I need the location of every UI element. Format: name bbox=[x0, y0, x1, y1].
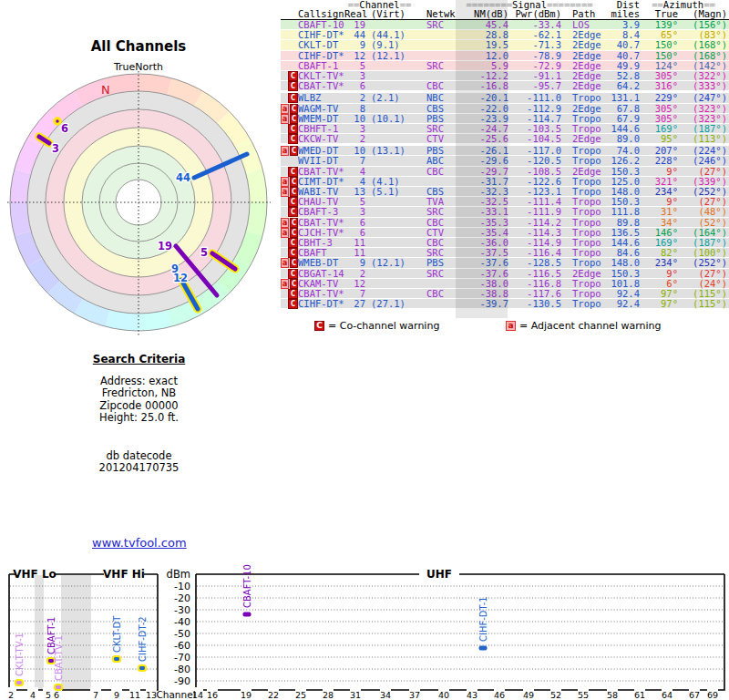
noise-margin-cell: -12.2 bbox=[457, 71, 508, 80]
co-channel-legend-text: = Co-channel warning bbox=[328, 320, 439, 332]
warning-flags: C bbox=[281, 124, 298, 133]
azimuth-true-cell: 34° bbox=[640, 218, 678, 227]
distance-cell: 64.2 bbox=[601, 81, 640, 90]
real-channel-cell: 2 bbox=[344, 269, 369, 278]
x-tick-label: 49 bbox=[523, 690, 534, 700]
warning-flags: C bbox=[281, 81, 298, 90]
real-channel-cell: 5 bbox=[344, 61, 369, 70]
distance-cell: 111.8 bbox=[601, 207, 640, 216]
power-cell: -130.5 bbox=[508, 299, 561, 308]
callsign-cell: CBAFT-1 bbox=[298, 61, 344, 70]
callsign-cell: WMED-DT bbox=[298, 146, 344, 155]
virtual-channel-cell: (5.1) bbox=[369, 187, 415, 196]
adjacent-channel-warning-icon: a bbox=[281, 177, 289, 187]
radar-title: All Channels bbox=[29, 38, 248, 55]
distance-cell: 8.4 bbox=[601, 30, 640, 39]
co-channel-warning-icon: C bbox=[288, 134, 298, 144]
virtual-channel-cell bbox=[369, 71, 415, 80]
azimuth-magnetic-cell: (224°) bbox=[678, 146, 727, 155]
station-table: ==Channel==========Signal========Dist==A… bbox=[281, 0, 729, 309]
column-header: Pwr(dBm) bbox=[508, 9, 561, 18]
warning-flags bbox=[281, 20, 298, 29]
co-channel-warning-icon: C bbox=[290, 279, 298, 289]
co-channel-warning-icon: C bbox=[288, 248, 298, 258]
distance-cell: 148.0 bbox=[601, 187, 640, 196]
signal-level-chart: VHF LoVHF HiUHFdBm-10-20-30-40-50-60-70-… bbox=[0, 563, 729, 700]
virtual-channel-cell bbox=[369, 167, 415, 176]
station-marker-label: CKLT-TV-1 bbox=[15, 633, 25, 676]
path-cell: Tropo bbox=[561, 93, 601, 102]
callsign-cell: CJCH-TV* bbox=[298, 228, 344, 237]
adjacent-channel-warning-icon: a bbox=[281, 258, 289, 268]
column-header: Netwk bbox=[415, 9, 457, 18]
virtual-channel-cell: (27.1) bbox=[369, 299, 415, 308]
network-cell: CBC bbox=[415, 218, 457, 227]
column-header: True bbox=[640, 9, 678, 18]
power-cell: -78.9 bbox=[508, 51, 561, 60]
path-cell: 2Edge bbox=[561, 71, 601, 80]
co-channel-warning-icon: C bbox=[288, 124, 298, 134]
distance-cell: 89.8 bbox=[601, 218, 640, 227]
network-cell: CBC bbox=[415, 167, 457, 176]
callsign-cell: CKAM-TV bbox=[298, 279, 344, 288]
noise-margin-cell: -26.1 bbox=[457, 146, 508, 155]
band-label: VHF Hi bbox=[103, 568, 145, 581]
azimuth-true-cell: 6° bbox=[640, 279, 678, 288]
distance-cell: 40.7 bbox=[601, 51, 640, 60]
station-marker-label: CIHF-DT-2 bbox=[138, 616, 148, 662]
azimuth-true-cell: 146° bbox=[640, 228, 678, 237]
azimuth-true-cell: 305° bbox=[640, 114, 678, 123]
channel-marker-label: 12 bbox=[173, 272, 188, 284]
power-cell: -103.5 bbox=[508, 124, 561, 133]
azimuth-magnetic-cell: (252°) bbox=[678, 187, 727, 196]
column-header: miles bbox=[601, 9, 640, 18]
distance-cell: 126.2 bbox=[601, 156, 640, 165]
table-row: WVII-DT7ABC-29.6-120.5Tropo126.2228°(246… bbox=[281, 156, 729, 166]
virtual-channel-cell bbox=[369, 124, 415, 133]
azimuth-true-cell: 150° bbox=[640, 51, 678, 60]
noise-margin-cell: -35.4 bbox=[457, 228, 508, 237]
tvfool-link[interactable]: www.tvfool.com bbox=[92, 536, 187, 550]
co-channel-warning-icon: C bbox=[288, 299, 298, 309]
network-cell: CBS bbox=[415, 187, 457, 196]
x-tick-label: 11 bbox=[129, 690, 140, 700]
power-cell: -122.6 bbox=[508, 177, 561, 186]
db-datecode-value: 201204170735 bbox=[50, 462, 228, 475]
real-channel-cell: 5 bbox=[344, 197, 369, 206]
warning-flags: C bbox=[281, 167, 298, 176]
frequency-gap-band bbox=[35, 575, 44, 690]
distance-cell: 74.0 bbox=[601, 146, 640, 155]
station-marker-label: CKLT-DT bbox=[112, 615, 122, 653]
co-channel-warning-icon: C bbox=[290, 218, 298, 228]
network-cell: ABC bbox=[415, 156, 457, 165]
distance-cell: 150.3 bbox=[601, 167, 640, 176]
azimuth-true-cell: 31° bbox=[640, 207, 678, 216]
distance-cell: 92.4 bbox=[601, 299, 640, 308]
y-tick-label: -10 bbox=[174, 581, 190, 592]
column-header: (Virt) bbox=[369, 9, 415, 18]
x-tick-label: 55 bbox=[578, 690, 589, 700]
network-cell: CBC bbox=[415, 289, 457, 298]
power-cell: -116.4 bbox=[508, 248, 561, 257]
power-cell: -114.3 bbox=[508, 228, 561, 237]
azimuth-magnetic-cell: (246°) bbox=[678, 156, 727, 165]
x-tick-label: 67 bbox=[689, 690, 700, 700]
column-header: Real bbox=[344, 9, 369, 18]
warning-flags: aC bbox=[281, 114, 298, 123]
distance-cell: 131.1 bbox=[601, 93, 640, 102]
network-cell: SRC bbox=[415, 61, 457, 70]
search-criteria: Search Criteria Address: exact Fredricto… bbox=[50, 354, 228, 475]
station-marker-label: CIHF-DT-1 bbox=[478, 596, 488, 642]
virtual-channel-cell bbox=[369, 238, 415, 247]
warning-flags: aC bbox=[281, 228, 298, 237]
path-cell: Tropo bbox=[561, 156, 601, 165]
callsign-cell: CBHT-3 bbox=[298, 238, 344, 247]
station-table-body: CBAFT-1019SRC45.4-33.4LOS3.9139°(156°)CI… bbox=[281, 20, 729, 309]
adjacent-channel-legend: a = Adjacent channel warning bbox=[506, 320, 662, 332]
noise-margin-cell: -37.6 bbox=[457, 258, 508, 267]
x-tick-label: 22 bbox=[268, 690, 279, 700]
virtual-channel-cell bbox=[369, 207, 415, 216]
callsign-cell: CBAT-TV* bbox=[298, 167, 344, 176]
callsign-cell: CBAFT bbox=[298, 248, 344, 257]
adjacent-channel-warning-icon: a bbox=[506, 321, 516, 331]
